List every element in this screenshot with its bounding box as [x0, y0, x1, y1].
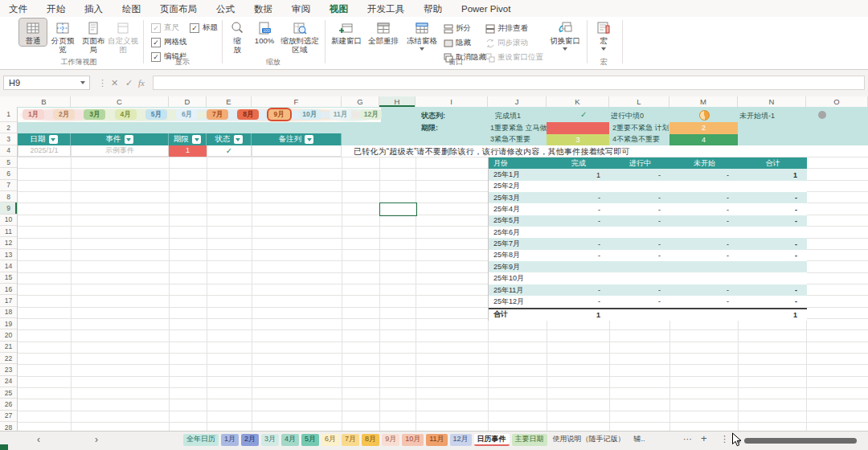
column-headers[interactable]: BCDEFGHIJKLMNO [0, 96, 868, 108]
sheet-tab[interactable]: 8月 [362, 434, 379, 446]
row-header-16[interactable]: 16 [0, 284, 17, 295]
column-header-F[interactable]: F [252, 96, 342, 107]
column-header-E[interactable]: E [207, 96, 252, 107]
freeze-panes-button[interactable]: 冻结窗格 [403, 18, 440, 51]
row-header-27[interactable]: 27 [0, 411, 17, 422]
gridlines-checkbox[interactable]: ✓网格线 [151, 37, 187, 47]
row-header-23[interactable]: 23 [0, 364, 17, 375]
row-header-24[interactable]: 24 [0, 376, 17, 387]
ribbon-tab[interactable]: 帮助 [423, 1, 443, 17]
column-header-B[interactable]: B [18, 96, 71, 107]
row-header-2[interactable]: 2 [0, 122, 17, 133]
sample-status-cell[interactable]: ✓ [207, 145, 252, 157]
ribbon-tab[interactable]: Power Pivot [461, 2, 511, 15]
zoom-100-button[interactable]: 100 100% [251, 18, 278, 46]
row-header-18[interactable]: 18 [0, 307, 17, 318]
row-header-3[interactable]: 3 [0, 133, 17, 145]
summary-row[interactable]: 25年11月 - - - - [489, 284, 807, 296]
row-header-9[interactable]: 9 [0, 202, 17, 214]
sheet-tab[interactable]: 10月 [402, 434, 424, 446]
summary-row[interactable]: 25年7月 - - - - [489, 238, 807, 249]
row-header-25[interactable]: 25 [0, 387, 17, 399]
active-cell-selection[interactable] [379, 202, 417, 215]
sheet-tab[interactable]: 9月 [382, 434, 399, 446]
headings-checkbox[interactable]: ✓标题 [190, 22, 218, 33]
column-header-L[interactable]: L [609, 96, 669, 107]
row-header-15[interactable]: 15 [0, 272, 17, 284]
ribbon-tab[interactable]: 开发工具 [366, 1, 405, 17]
row-header-28[interactable]: 28 [0, 422, 17, 431]
row-headers[interactable]: 1234567891011121314151617181920212223242… [0, 107, 18, 431]
summary-row[interactable]: 25年2月 [489, 181, 807, 192]
row-header-7[interactable]: 7 [0, 180, 17, 191]
row-header-17[interactable]: 17 [0, 295, 17, 306]
event-table-header-date[interactable]: 日期 [18, 133, 71, 145]
event-table-header-deadline[interactable]: 期限 [169, 133, 207, 145]
name-box[interactable]: H9 [3, 76, 90, 90]
summary-row[interactable]: 25年12月 - - - - [489, 296, 807, 307]
row-header-12[interactable]: 12 [0, 238, 17, 249]
row-header-21[interactable]: 21 [0, 342, 17, 353]
row-header-19[interactable]: 19 [0, 318, 17, 329]
ribbon-tab[interactable]: 插入 [84, 1, 104, 17]
summary-row[interactable]: 25年8月 - - - - [489, 250, 807, 261]
column-header-H[interactable]: H [379, 96, 416, 107]
switch-windows-button[interactable]: 切换窗口 [548, 18, 582, 51]
summary-row[interactable]: 25年3月 - - - - [489, 192, 807, 203]
column-header-I[interactable]: I [416, 96, 488, 107]
synchronous-scrolling-button[interactable]: 同步滚动 [485, 38, 528, 48]
row-header-14[interactable]: 14 [0, 260, 17, 272]
tab-scroll-left-icon[interactable]: ‹ [37, 434, 40, 445]
page-layout-button[interactable]: 页面布局 [79, 18, 108, 54]
enter-icon[interactable]: ✓ [125, 76, 133, 90]
macros-button[interactable]: 宏 [592, 18, 616, 51]
filter-button[interactable] [125, 135, 133, 144]
sample-date-cell[interactable]: 2025/1/1 [18, 145, 71, 157]
ribbon-tab[interactable]: 文件 [8, 1, 28, 17]
row-header-10[interactable]: 10 [0, 215, 17, 226]
column-header-C[interactable]: C [71, 96, 169, 107]
row-header-4[interactable]: 4 [0, 145, 17, 157]
column-header-G[interactable]: G [342, 96, 379, 107]
summary-row[interactable]: 25年4月 - - - - [489, 203, 807, 215]
ribbon-tab[interactable]: 审阅 [291, 1, 311, 17]
sheet-tab[interactable]: 辅.. [631, 434, 649, 446]
filter-button[interactable] [234, 135, 243, 144]
row-header-11[interactable]: 11 [0, 226, 17, 237]
sheet-tab[interactable]: 使用说明（随手记版） [550, 434, 628, 446]
event-table-header-status[interactable]: 状态 [207, 133, 252, 145]
new-window-button[interactable]: 新建窗口 [330, 18, 363, 46]
horizontal-scrollbar-thumb[interactable] [744, 438, 857, 444]
ruler-checkbox[interactable]: ✓直尺 [151, 22, 179, 33]
event-table-header-notes[interactable]: 备注列 [252, 133, 342, 145]
ribbon-tab[interactable]: 公式 [215, 1, 235, 17]
event-table-header-event[interactable]: 事件 [71, 133, 169, 145]
summary-row[interactable]: 25年9月 [489, 261, 807, 272]
new-sheet-button[interactable]: + [701, 432, 707, 444]
zoom-button[interactable]: 缩放 [227, 18, 248, 54]
split-button[interactable]: 拆分 [444, 23, 471, 34]
sheet-tab[interactable]: 12月 [450, 434, 472, 446]
worksheet-grid[interactable]: 1月2月3月4月5月6月7月8月9月10月11月12月 状态列: 完成填1 ✓ … [18, 107, 868, 431]
ribbon-tab[interactable]: 视图 [329, 1, 349, 17]
row-header-8[interactable]: 8 [0, 191, 17, 202]
more-sheets-icon[interactable]: ⋯ [683, 434, 692, 444]
summary-row[interactable]: 25年6月 [489, 227, 807, 238]
fx-icon[interactable]: fx [138, 76, 145, 90]
zoom-to-selection-button[interactable]: 缩放到选定区域 [280, 18, 320, 54]
sheet-tab[interactable]: 全年日历 [183, 434, 219, 446]
row-header-20[interactable]: 20 [0, 329, 17, 341]
sheet-tab[interactable]: 4月 [281, 434, 299, 446]
sheet-tab[interactable]: 1月 [221, 434, 239, 446]
column-header-J[interactable]: J [488, 96, 547, 107]
sheet-tab[interactable]: 5月 [301, 434, 319, 446]
row-header-1[interactable]: 1 [0, 107, 17, 122]
summary-row[interactable]: 25年10月 [489, 272, 807, 284]
sheet-tab[interactable]: 6月 [321, 434, 339, 446]
column-header-N[interactable]: N [738, 96, 806, 107]
column-header-D[interactable]: D [169, 96, 207, 107]
hide-button[interactable]: 隐藏 [444, 38, 471, 48]
name-box-dropdown-icon[interactable] [80, 81, 85, 84]
arrange-all-button[interactable]: 全部重排 [366, 18, 400, 46]
row-header-22[interactable]: 22 [0, 353, 17, 364]
